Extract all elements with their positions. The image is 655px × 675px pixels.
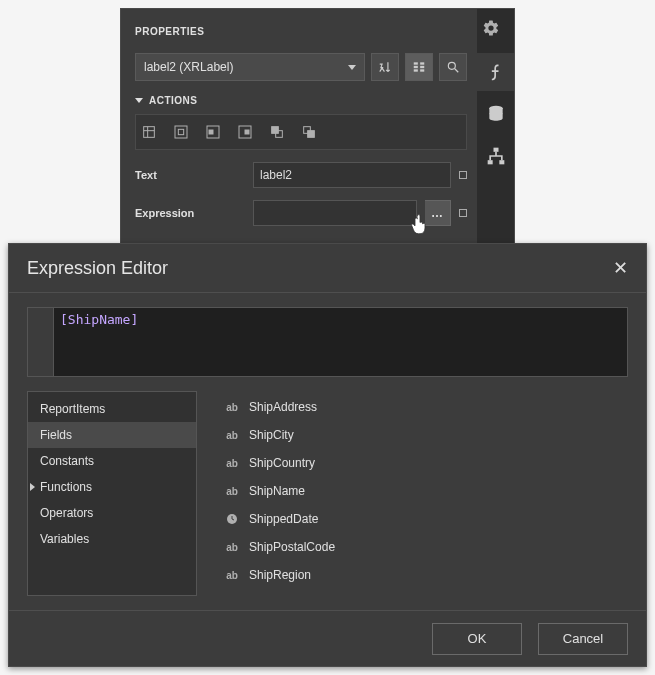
svg-line-7 [455,69,459,73]
side-rail [477,9,515,267]
category-list: ReportItemsFieldsConstantsFunctionsOpera… [27,391,197,596]
field-item-label: ShipRegion [249,568,311,582]
rail-expressions-button[interactable] [477,53,515,91]
category-item-label: Fields [40,428,72,442]
expression-ellipsis-button[interactable]: … [425,200,451,226]
field-item-shipregion[interactable]: abShipRegion [217,561,628,589]
category-item-operators[interactable]: Operators [28,500,196,526]
ok-button[interactable]: OK [432,623,522,655]
clock-icon [225,512,239,526]
chevron-right-icon [30,483,35,491]
text-input[interactable] [253,162,451,188]
expression-marker[interactable] [459,209,467,217]
fit-to-container-icon[interactable] [140,123,158,141]
expression-editor-dialog: Expression Editor ✕ [ShipName] ReportIte… [8,243,647,667]
text-field-icon: ab [225,428,239,442]
cancel-button[interactable]: Cancel [538,623,628,655]
svg-rect-1 [414,66,418,68]
text-field-icon: ab [225,568,239,582]
text-field-icon: ab [225,400,239,414]
categorized-button[interactable] [405,53,433,81]
field-item-label: ShipName [249,484,305,498]
bring-front-icon[interactable] [268,123,286,141]
svg-rect-9 [175,126,187,138]
sort-az-button[interactable] [371,53,399,81]
actions-section-header[interactable]: ACTIONS [135,95,467,106]
category-item-variables[interactable]: Variables [28,526,196,552]
dialog-titlebar: Expression Editor ✕ [9,244,646,292]
dialog-footer: OK Cancel [9,610,646,666]
expression-content: [ShipName] [54,308,627,376]
object-selector[interactable]: label2 (XRLabel) [135,53,365,81]
svg-rect-14 [245,130,249,134]
expression-textarea[interactable]: [ShipName] [27,307,628,377]
align-right-icon[interactable] [236,123,254,141]
fit-bounds-icon[interactable] [172,123,190,141]
field-item-shippeddate[interactable]: ShippedDate [217,505,628,533]
svg-rect-22 [499,160,504,164]
expression-label: Expression [135,207,245,219]
svg-rect-2 [414,69,418,71]
properties-panel: PROPERTIES label2 (XRLabel) ACTIONS [120,8,515,268]
svg-rect-3 [420,62,424,64]
field-item-shipaddress[interactable]: abShipAddress [217,393,628,421]
expression-gutter [28,308,54,376]
svg-rect-0 [414,62,418,64]
svg-rect-20 [494,148,499,152]
svg-rect-5 [420,69,424,71]
settings-gear-icon[interactable] [482,19,500,37]
field-item-shipcountry[interactable]: abShipCountry [217,449,628,477]
field-item-shippostalcode[interactable]: abShipPostalCode [217,533,628,561]
svg-rect-18 [308,131,315,138]
field-item-label: ShipAddress [249,400,317,414]
svg-rect-10 [178,129,183,134]
rail-data-button[interactable] [477,95,515,133]
text-row: Text [135,162,467,188]
actions-section-label: ACTIONS [149,95,198,106]
field-item-label: ShippedDate [249,512,318,526]
expression-row: Expression … [135,200,467,226]
chevron-down-icon [348,65,356,70]
field-item-shipcity[interactable]: abShipCity [217,421,628,449]
field-list: abShipAddressabShipCityabShipCountryabSh… [211,391,628,596]
align-left-icon[interactable] [204,123,222,141]
category-item-label: Variables [40,532,89,546]
category-item-functions[interactable]: Functions [28,474,196,500]
properties-main: PROPERTIES label2 (XRLabel) ACTIONS [121,9,477,267]
svg-rect-12 [209,130,213,134]
chevron-down-icon [135,98,143,103]
category-item-fields[interactable]: Fields [28,422,196,448]
field-item-label: ShipCountry [249,456,315,470]
category-item-reportitems[interactable]: ReportItems [28,396,196,422]
svg-point-6 [448,62,455,69]
field-item-label: ShipPostalCode [249,540,335,554]
dialog-title: Expression Editor [27,258,168,279]
object-selector-label: label2 (XRLabel) [144,60,233,74]
dialog-body: [ShipName] ReportItemsFieldsConstantsFun… [9,292,646,610]
text-field-icon: ab [225,540,239,554]
svg-rect-4 [420,66,424,68]
category-item-label: Operators [40,506,93,520]
properties-title: PROPERTIES [135,26,204,37]
category-item-constants[interactable]: Constants [28,448,196,474]
text-field-icon: ab [225,484,239,498]
search-button[interactable] [439,53,467,81]
text-label: Text [135,169,245,181]
text-marker[interactable] [459,171,467,179]
text-field-icon: ab [225,456,239,470]
category-item-label: Functions [40,480,92,494]
close-button[interactable]: ✕ [613,257,628,279]
rail-tree-button[interactable] [477,137,515,175]
expression-input[interactable] [253,200,417,226]
field-item-shipname[interactable]: abShipName [217,477,628,505]
send-back-icon[interactable] [300,123,318,141]
category-item-label: Constants [40,454,94,468]
svg-rect-15 [272,127,279,134]
svg-rect-21 [488,160,493,164]
action-icon-strip [135,114,467,150]
svg-rect-8 [144,127,155,138]
field-item-label: ShipCity [249,428,294,442]
category-item-label: ReportItems [40,402,105,416]
